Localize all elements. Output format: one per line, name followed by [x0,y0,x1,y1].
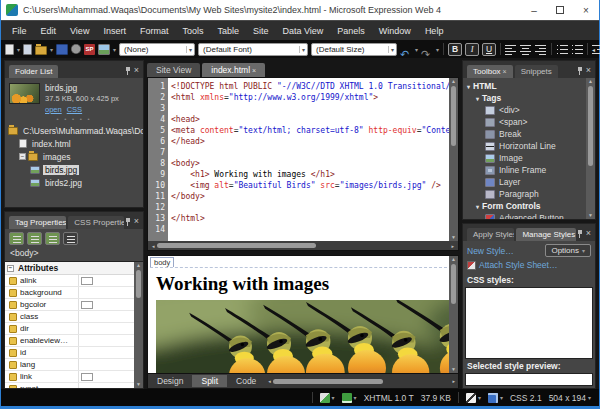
maximize-button[interactable] [547,0,573,20]
toolbox-item-advanced-button[interactable]: Advanced Button [467,212,586,219]
minimize-button[interactable]: – [521,0,547,20]
toolbox-group-form-controls[interactable]: Form Controls [467,200,586,212]
new-document-dropdown-icon[interactable] [17,46,20,53]
folder-list-tab[interactable]: Folder List [9,65,58,78]
new-document-icon[interactable] [5,44,14,55]
decrease-indent-icon[interactable] [592,44,600,55]
collapse-icon[interactable] [7,265,14,272]
panel-close-icon[interactable] [586,229,591,238]
code-lines[interactable]: <!DOCTYPE html PUBLIC "-//W3C//DTD XHTML… [168,78,449,241]
view-tab-design[interactable]: Design [148,375,192,387]
tab-manage-styles[interactable]: Manage Styles [516,228,575,241]
attribute-value[interactable] [78,287,134,298]
options-button[interactable]: Options [545,244,591,257]
attribute-value[interactable] [78,299,134,310]
tab-tag-properties[interactable]: Tag Properties [9,216,66,229]
open-folder-dropdown-icon[interactable] [50,46,53,53]
undo-dropdown-icon[interactable] [415,46,418,53]
code-hscrollbar[interactable]: ◂ ▸ [148,241,458,250]
attribute-row-lang[interactable]: lang [5,359,134,371]
font-select[interactable]: (Default Font) [198,43,308,56]
redo-icon[interactable] [421,44,433,55]
open-folder-icon[interactable] [35,46,47,55]
align-right-icon[interactable] [535,44,547,55]
preview-dropdown-icon[interactable] [113,46,116,53]
attribute-row-link[interactable]: link [5,371,134,383]
view-tab-code[interactable]: Code [227,375,265,387]
toolbox-group-html[interactable]: HTML [467,80,586,92]
preview-splitter[interactable]: • • • • • [5,116,143,123]
attribute-value[interactable] [78,323,134,334]
code-vscrollbar[interactable]: ▲ ▼ [449,78,458,241]
collapse-icon[interactable] [19,153,26,160]
color-swatch[interactable] [81,373,93,381]
page-size-status[interactable]: 504 x 194 [549,393,591,403]
alphabetical-view-icon[interactable] [27,232,42,245]
attribute-value[interactable] [78,347,134,358]
design-vscrollbar[interactable]: ▲ ▼ [449,256,458,373]
toolbox-group-tags[interactable]: Tags [467,92,586,104]
tab-css-properties[interactable]: CSS Properties [68,216,123,229]
categorized-view-icon[interactable] [9,232,24,245]
attribute-value[interactable] [78,335,134,346]
style-select[interactable]: (None) [119,43,195,56]
close-button[interactable]: × [573,0,599,20]
italic-button[interactable]: I [465,43,479,56]
underline-button[interactable]: U [482,43,496,56]
scrollbar-thumb[interactable] [588,86,593,166]
menu-view[interactable]: View [63,21,96,41]
panel-close-icon[interactable] [134,217,139,226]
open-page-icon[interactable] [23,44,32,55]
doctype-status[interactable]: XHTML 1.0 T [364,393,414,403]
menu-window[interactable]: Window [372,21,418,41]
toolbox-item-break[interactable]: Break [467,128,586,140]
design-hscrollbar[interactable]: ◂ ▸ [265,378,458,385]
menu-tools[interactable]: Tools [175,21,210,41]
attribute-row-dir[interactable]: dir [5,323,134,335]
tree-item-birds2-jpg[interactable]: birds2.jpg [5,176,143,189]
panel-close-icon[interactable] [586,66,591,75]
bold-button[interactable]: B [448,43,462,56]
toolbox-item-paragraph[interactable]: Paragraph [467,188,586,200]
tree-item-birds-jpg[interactable]: birds.jpg [5,163,143,176]
attribute-value[interactable] [78,383,134,388]
body-tag-chip[interactable]: body [150,257,174,267]
pin-icon[interactable] [126,67,130,75]
menu-site[interactable]: Site [246,21,276,41]
attribute-value[interactable] [78,275,134,286]
menu-table[interactable]: Table [210,21,246,41]
tree-item-c-users-muhammad-waqas-documents-m[interactable]: C:\Users\Muhammad.Waqas\Documents\M [5,124,143,137]
attributes-section-header[interactable]: Attributes [5,262,134,275]
set-properties-icon[interactable] [45,232,60,245]
tree-item-index-html[interactable]: index.html [5,137,143,150]
menu-file[interactable]: File [5,21,34,41]
css-schema-icon[interactable] [488,393,503,403]
color-swatch[interactable] [81,277,93,285]
attribute-row-runat[interactable]: runat [5,383,134,388]
new-style-link[interactable]: New Style… [467,246,514,256]
scrollbar-thumb[interactable] [451,264,456,304]
tab-apply-styles[interactable]: Apply Styles [467,228,514,241]
design-view[interactable]: body Working with images [147,255,459,374]
numbered-list-icon[interactable] [556,44,568,55]
attribute-row-background[interactable]: background [5,287,134,299]
menu-insert[interactable]: Insert [96,21,133,41]
redo-dropdown-icon[interactable] [436,46,439,53]
scrollbar-thumb[interactable] [273,379,383,384]
tab-index-html[interactable]: index.html [202,63,265,77]
size-select[interactable]: (Default Size) [311,43,397,56]
preview-link-css[interactable]: CSS [67,105,82,114]
attribute-row-enableview[interactable]: enableview… [5,335,134,347]
attribute-row-id[interactable]: id [5,347,134,359]
toolbox-item-image[interactable]: Image [467,152,586,164]
bullet-list-icon[interactable] [571,44,583,55]
code-editor[interactable]: 1234567891011121314 <!DOCTYPE html PUBLI… [147,77,459,251]
attach-stylesheet-link[interactable]: Attach Style Sheet… [479,260,557,270]
css-schema-status[interactable]: CSS 2.1 [510,393,542,403]
attribute-row-alink[interactable]: alink [5,275,134,287]
align-center-icon[interactable] [520,44,532,55]
preview-link-open[interactable]: open [45,105,62,114]
tab-snippets[interactable]: Snippets [515,65,558,78]
scrollbar-thumb[interactable] [136,270,141,298]
tag-summary-icon[interactable] [63,232,78,245]
